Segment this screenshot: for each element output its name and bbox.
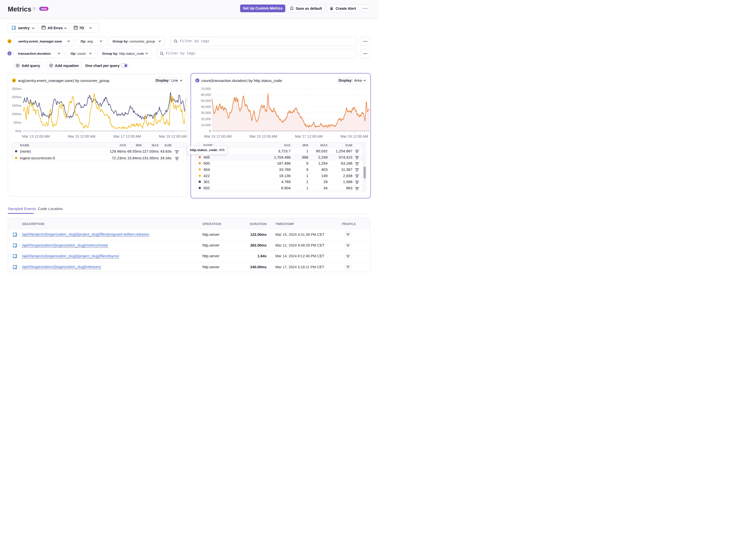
svg-text:30,000: 30,000 [201, 111, 211, 115]
svg-text:Mar 13 12:00 AM: Mar 13 12:00 AM [204, 134, 232, 138]
svg-text:Mar 19 12:00 AM: Mar 19 12:00 AM [341, 134, 368, 138]
svg-text:60,000: 60,000 [201, 93, 211, 97]
svg-text:20,000: 20,000 [201, 117, 211, 121]
svg-text:0ms: 0ms [15, 129, 21, 133]
svg-text:50,000: 50,000 [201, 99, 211, 103]
svg-text:150ms: 150ms [12, 104, 22, 107]
svg-text:250ms: 250ms [12, 87, 22, 91]
svg-text:200ms: 200ms [12, 95, 22, 99]
svg-text:40,000: 40,000 [201, 105, 211, 109]
svg-text:Mar 17 12:00 AM: Mar 17 12:00 AM [295, 134, 323, 138]
svg-text:0: 0 [209, 129, 211, 133]
svg-text:100ms: 100ms [12, 112, 22, 116]
svg-text:Mar 15 12:00 AM: Mar 15 12:00 AM [250, 134, 277, 138]
svg-text:Mar 17 12:00 AM: Mar 17 12:00 AM [113, 134, 141, 138]
svg-text:Mar 19 12:00 AM: Mar 19 12:00 AM [159, 134, 186, 138]
svg-text:50ms: 50ms [13, 121, 21, 124]
svg-text:70,000: 70,000 [201, 87, 211, 91]
svg-text:Mar 15 12:00 AM: Mar 15 12:00 AM [68, 134, 95, 138]
svg-text:10,000: 10,000 [201, 123, 211, 127]
svg-text:Mar 13 12:00 AM: Mar 13 12:00 AM [22, 134, 50, 138]
